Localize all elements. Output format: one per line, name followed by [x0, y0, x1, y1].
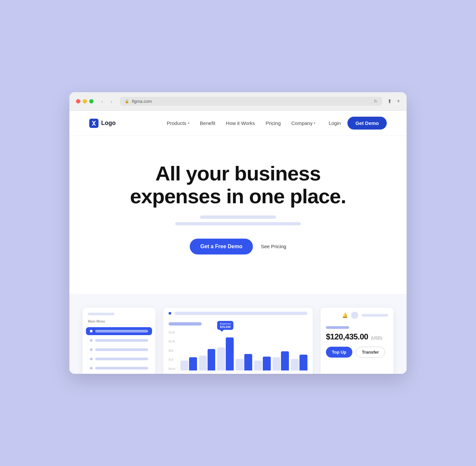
sidebar-header	[83, 308, 155, 318]
sidebar-item-4[interactable]	[86, 355, 152, 363]
bar-group-7	[291, 331, 307, 370]
new-tab-icon[interactable]: +	[397, 98, 400, 104]
nav-link-company[interactable]: Company ▾	[291, 120, 315, 126]
nav-link-products[interactable]: Products ▾	[167, 120, 189, 126]
sidebar-dot-3	[90, 348, 93, 351]
bar-group-3: Expense $15,030	[217, 331, 234, 370]
navbar: Logo Products ▾ Benefit	[69, 111, 407, 136]
bar-blue-5	[263, 357, 271, 370]
traffic-light-yellow[interactable]	[83, 99, 87, 103]
bar-light-7	[291, 359, 299, 370]
login-button[interactable]: Login	[329, 120, 341, 126]
refresh-icon[interactable]: ↻	[374, 99, 377, 104]
logo-icon	[89, 119, 99, 128]
hero-subtitle-bar-2	[175, 222, 301, 225]
nav-item-products[interactable]: Products ▾	[167, 120, 189, 126]
bar-light-6	[273, 357, 281, 370]
nav-item-how-it-works[interactable]: How it Works	[226, 120, 255, 126]
sidebar-dot-1	[90, 330, 93, 332]
nav-link-pricing[interactable]: Pricing	[265, 120, 281, 126]
chart-header	[163, 308, 313, 319]
search-bar-mock	[175, 312, 307, 315]
balance-amount: $120,435.00	[326, 332, 368, 341]
nav-item-company[interactable]: Company ▾	[291, 120, 315, 126]
bar-group-1	[180, 331, 197, 370]
sidebar-bar-1	[95, 330, 148, 332]
bar-group-4	[236, 331, 252, 370]
sidebar-header-bar	[88, 313, 114, 315]
see-pricing-button[interactable]: See Pricing	[261, 244, 286, 249]
nav-link-how-it-works[interactable]: How it Works	[226, 120, 255, 126]
balance-actions: Top Up Transfer	[326, 347, 388, 358]
sidebar-item-1[interactable]	[86, 327, 152, 335]
nav-item-pricing[interactable]: Pricing	[265, 120, 281, 126]
hero-subtitle-bar-1	[200, 215, 276, 219]
chevron-down-icon-company: ▾	[314, 121, 315, 125]
browser-actions: ⬆ +	[387, 98, 400, 104]
sidebar-dot-2	[90, 339, 93, 342]
back-arrow[interactable]: ‹	[99, 98, 105, 105]
chart-panel: $15k $10k $5k $1k $500	[163, 308, 313, 374]
nav-actions: Login Get Demo	[329, 117, 387, 130]
forward-arrow[interactable]: ›	[108, 98, 115, 105]
hero-section: All your business expenses in one place.…	[69, 136, 407, 294]
bar-blue-1	[189, 357, 197, 370]
bar-group-6	[273, 331, 289, 370]
sidebar-item-5[interactable]	[86, 364, 152, 372]
sidebar-dot-4	[90, 358, 93, 360]
chart-area: $15k $10k $5k $1k $500	[169, 331, 307, 370]
bar-blue-4	[244, 354, 252, 370]
nav-link-benefit[interactable]: Benefit	[200, 120, 216, 126]
logo: Logo	[89, 119, 116, 128]
chart-body: $15k $10k $5k $1k $500	[163, 319, 313, 374]
browser-nav-arrows: ‹ ›	[99, 98, 115, 105]
bar-light-3	[217, 347, 225, 370]
chevron-down-icon: ▾	[188, 121, 189, 125]
sidebar-panel: Main Menu	[83, 308, 155, 374]
hero-title: All your business expenses in one place.	[89, 162, 387, 207]
expense-tooltip: Expense $15,030	[217, 321, 233, 330]
share-icon[interactable]: ⬆	[387, 98, 392, 104]
bar-blue-3	[226, 337, 234, 370]
browser-chrome: ‹ › 🔒 figma.com ↻ ⬆ +	[69, 92, 407, 111]
sidebar-item-2[interactable]	[86, 336, 152, 344]
chart-y-labels: $15k $10k $5k $1k $500	[169, 331, 177, 370]
balance-display: $120,435.00 (USD)	[326, 332, 388, 341]
bar-light-5	[254, 361, 262, 370]
traffic-lights	[76, 99, 94, 103]
traffic-light-green[interactable]	[89, 99, 94, 103]
avatar	[351, 312, 358, 319]
balance-header: 🔔	[321, 308, 393, 323]
balance-panel: 🔔 $120,435.00 (USD) Top Up Transfer	[321, 308, 393, 374]
bar-group-2	[199, 331, 216, 370]
search-dot	[169, 312, 171, 315]
sidebar-bar-3	[95, 348, 148, 351]
sidebar-menu-label: Main Menu	[83, 318, 155, 326]
balance-currency: (USD)	[371, 336, 382, 340]
bar-light-2	[199, 356, 207, 370]
sidebar-item-3[interactable]	[86, 346, 152, 354]
traffic-light-red[interactable]	[76, 99, 80, 103]
bar-blue-2	[208, 349, 216, 370]
transfer-button[interactable]: Transfer	[356, 347, 385, 358]
sidebar-bar-2	[95, 339, 148, 342]
get-demo-button[interactable]: Get Demo	[347, 117, 387, 130]
sidebar-bar-5	[95, 367, 148, 369]
nav-item-benefit[interactable]: Benefit	[200, 120, 216, 126]
bar-blue-7	[299, 355, 307, 370]
balance-body: $120,435.00 (USD) Top Up Transfer	[321, 323, 393, 364]
top-up-button[interactable]: Top Up	[326, 347, 352, 358]
hero-actions: Get a Free Demo See Pricing	[89, 239, 387, 254]
chart-bars: Expense $15,030	[180, 331, 307, 370]
balance-label-bar	[326, 326, 349, 329]
nav-links: Products ▾ Benefit How it Works	[167, 120, 315, 126]
browser-window: ‹ › 🔒 figma.com ↻ ⬆ +	[69, 92, 407, 373]
sidebar-bar-4	[95, 358, 148, 360]
lock-icon: 🔒	[125, 99, 129, 103]
logo-text: Logo	[101, 120, 116, 127]
address-bar[interactable]: 🔒 figma.com ↻	[120, 97, 382, 106]
bell-icon: 🔔	[342, 313, 348, 318]
bar-blue-6	[281, 351, 289, 370]
page-content: Logo Products ▾ Benefit	[69, 111, 407, 373]
get-free-demo-button[interactable]: Get a Free Demo	[190, 239, 253, 254]
